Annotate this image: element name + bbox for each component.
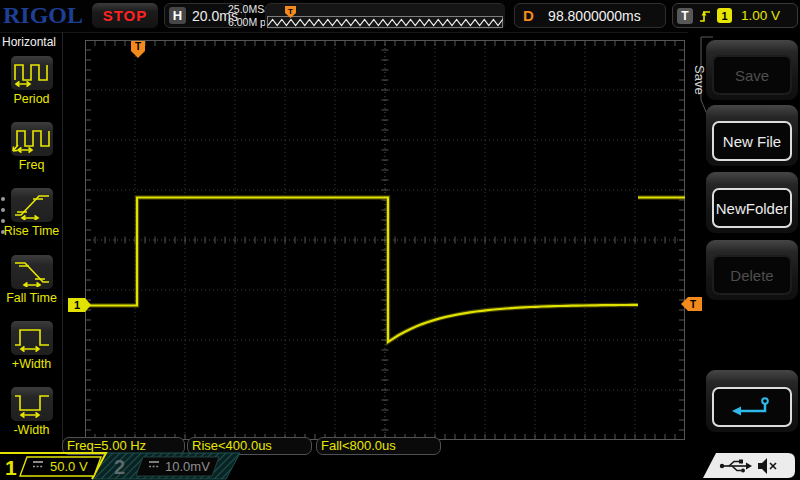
trigger-source-badge: 1	[717, 8, 732, 23]
preview-trace	[268, 20, 503, 26]
trigger-level-value: 1.00 V	[741, 8, 780, 23]
run-state-label: STOP	[103, 7, 148, 24]
menu-item-freq[interactable]: Freq	[0, 122, 63, 172]
new-file-button[interactable]: New File	[706, 105, 798, 166]
menu-item-rise-time[interactable]: Rise Time	[0, 188, 63, 238]
rigol-logo: RIGOL	[3, 2, 83, 29]
period-icon	[11, 58, 53, 88]
status-icons-plate	[703, 453, 795, 478]
grid-lines	[85, 40, 685, 440]
minus-width-icon	[11, 389, 53, 419]
top-status-bar: RIGOL STOP H 20.0ms 25.0MSa/s 6.00M pts …	[0, 0, 800, 33]
svg-text:T: T	[135, 41, 141, 52]
fall-time-icon	[11, 257, 53, 287]
freq-icon	[11, 124, 53, 154]
channel2-number: 2	[114, 456, 125, 478]
plus-width-icon	[11, 323, 53, 353]
ch1-waveform	[85, 198, 685, 343]
channel1-zone[interactable]: 1 50.0 V	[0, 453, 106, 479]
run-state-indicator[interactable]: STOP	[92, 3, 158, 28]
trigger-position-marker[interactable]: T	[131, 41, 145, 58]
svg-text:1: 1	[74, 299, 80, 311]
preview-waveform: T	[265, 4, 505, 29]
trigger-delay-box: D 98.8000000ms	[514, 3, 666, 28]
menu-item-period[interactable]: Period	[0, 56, 63, 106]
channel1-number: 1	[5, 456, 17, 479]
measure-menu: Horizontal Period Freq Rise Time	[0, 32, 63, 448]
measure-menu-title: Horizontal	[0, 32, 62, 49]
rising-edge-icon	[698, 8, 712, 24]
new-folder-button[interactable]: NewFolder	[706, 172, 798, 233]
save-menu: Save Save New File NewFolder Delete	[688, 32, 800, 448]
return-button[interactable]	[706, 370, 798, 432]
horizontal-badge: H	[169, 7, 186, 24]
waveform-preview-strip: T	[265, 3, 505, 29]
svg-text:T: T	[288, 7, 293, 16]
oscilloscope-screen: RIGOL STOP H 20.0ms 25.0MSa/s 6.00M pts …	[0, 0, 800, 480]
graticule: T1T	[85, 40, 685, 440]
menu-page-dots	[1, 197, 5, 241]
channel1-scale: 50.0 V	[50, 459, 88, 474]
delay-badge: D	[523, 7, 534, 24]
ch1-level-marker[interactable]: 1	[68, 298, 91, 312]
return-arrow-icon	[730, 395, 774, 419]
save-button[interactable]: Save	[706, 40, 798, 100]
delete-button[interactable]: Delete	[706, 240, 798, 300]
trigger-badge: T	[677, 8, 693, 24]
trigger-info-box: T 1 1.00 V	[672, 3, 798, 28]
channel-status-bar: 2 10.0mV 1 50.0 V	[0, 452, 800, 480]
rise-time-icon	[11, 190, 53, 220]
menu-item-plus-width[interactable]: +Width	[0, 321, 63, 371]
menu-item-fall-time[interactable]: Fall Time	[0, 255, 63, 305]
delay-value: 98.8000000ms	[548, 8, 651, 24]
channel2-zone[interactable]: 2 10.0mV	[92, 453, 240, 479]
channel2-scale: 10.0mV	[165, 459, 210, 474]
menu-item-minus-width[interactable]: -Width	[0, 387, 63, 437]
